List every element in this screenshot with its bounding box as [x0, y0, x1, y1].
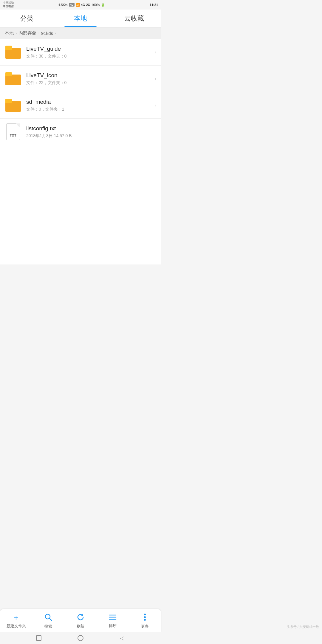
file-info: LiveTV_icon 文件：22，文件夹：0 — [26, 72, 152, 86]
tab-cloud[interactable]: 云收藏 — [107, 10, 161, 27]
breadcrumb-local[interactable]: 本地 — [5, 30, 14, 36]
carrier-info: 中国移动 中国电信 — [3, 1, 14, 8]
wifi-icon: 📶 — [76, 3, 80, 7]
speed-indicator: 4.5K/s — [58, 3, 67, 7]
breadcrumb-91kds[interactable]: 91kds — [41, 31, 53, 36]
file-meta: 文件：0，文件夹：1 — [26, 107, 152, 112]
list-item[interactable]: LiveTV_guide 文件：30，文件夹：0 › — [0, 39, 161, 66]
file-name: LiveTV_guide — [26, 46, 152, 52]
list-item[interactable]: LiveTV_icon 文件：22，文件夹：0 › — [0, 66, 161, 92]
folder-icon — [5, 97, 21, 114]
signal-4g-icon: 4G — [81, 3, 85, 7]
tab-local[interactable]: 本地 — [54, 10, 107, 27]
breadcrumb-internal[interactable]: 内部存储 — [18, 30, 36, 36]
txt-file-icon: TXT — [5, 123, 21, 140]
status-center: 4.5K/s HD 📶 4G 2G 100% 🔋 — [58, 3, 105, 7]
file-meta: 2018年1月3日 14:57 0 B — [26, 133, 156, 139]
file-info: LiveTV_guide 文件：30，文件夹：0 — [26, 46, 152, 59]
folder-icon — [5, 70, 21, 87]
file-name: sd_media — [26, 99, 152, 105]
status-bar: 中国移动 中国电信 4.5K/s HD 📶 4G 2G 100% 🔋 11:21 — [0, 0, 161, 10]
file-info: listconfig.txt 2018年1月3日 14:57 0 B — [26, 125, 156, 139]
file-name: LiveTV_icon — [26, 72, 152, 79]
battery-icon: 🔋 — [101, 3, 105, 7]
breadcrumb-sep-2: › — [38, 31, 39, 35]
chevron-right-icon: › — [155, 103, 156, 108]
chevron-right-icon: › — [155, 49, 156, 55]
file-name: listconfig.txt — [26, 125, 156, 132]
empty-area — [0, 145, 161, 264]
carrier2: 中国电信 — [3, 5, 14, 8]
hd-icon: HD — [69, 3, 75, 7]
time-display: 11:21 — [150, 3, 158, 7]
tab-bar: 分类 本地 云收藏 — [0, 10, 161, 27]
carrier1: 中国移动 — [3, 1, 14, 5]
list-item[interactable]: TXT listconfig.txt 2018年1月3日 14:57 0 B — [0, 119, 161, 145]
list-item[interactable]: sd_media 文件：0，文件夹：1 › — [0, 92, 161, 119]
folder-icon — [5, 44, 21, 61]
file-list: LiveTV_guide 文件：30，文件夹：0 › LiveTV_icon 文… — [0, 39, 161, 145]
chevron-right-icon: › — [155, 76, 156, 81]
signal-2g-icon: 2G — [86, 3, 90, 7]
file-meta: 文件：30，文件夹：0 — [26, 54, 152, 59]
file-info: sd_media 文件：0，文件夹：1 — [26, 99, 152, 112]
breadcrumb-sep-1: › — [16, 31, 17, 35]
breadcrumb: 本地 › 内部存储 › 91kds › — [0, 27, 161, 39]
tab-category[interactable]: 分类 — [0, 10, 54, 27]
battery-indicator: 100% — [91, 3, 100, 7]
breadcrumb-sep-3: › — [55, 31, 56, 35]
file-meta: 文件：22，文件夹：0 — [26, 80, 152, 86]
